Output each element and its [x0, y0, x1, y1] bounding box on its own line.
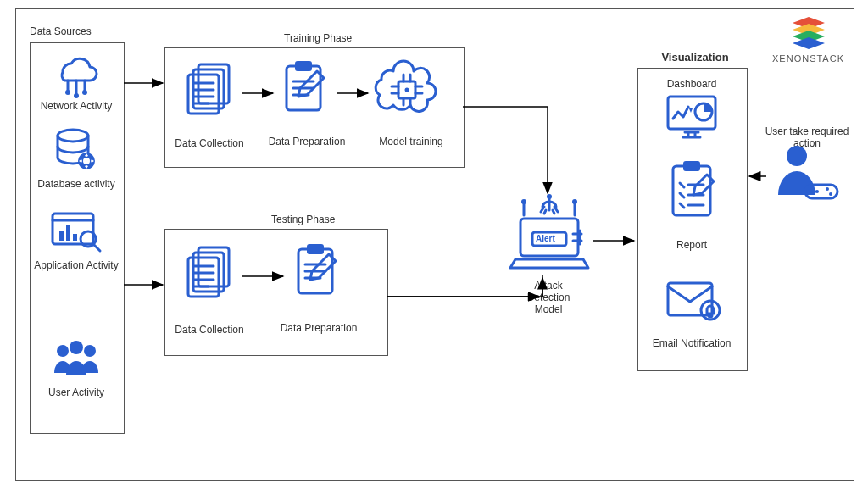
user-activity-label: User Activity [34, 386, 119, 398]
cloud-network-icon [53, 55, 100, 100]
stack-icon [791, 17, 826, 47]
network-activity-label: Network Activity [34, 100, 119, 112]
visualization-title: Visualization [653, 51, 737, 64]
svg-point-8 [74, 93, 79, 98]
svg-point-22 [84, 345, 96, 357]
users-group-icon [49, 339, 103, 386]
dashboard-monitor-icon [665, 93, 719, 143]
svg-rect-15 [59, 231, 64, 241]
database-icon [53, 127, 100, 177]
svg-marker-3 [793, 37, 825, 49]
svg-line-19 [93, 244, 100, 251]
svg-rect-16 [66, 225, 70, 241]
user-controller-icon [770, 142, 841, 213]
clipboard-pen-icon [280, 59, 329, 118]
svg-point-12 [83, 158, 90, 164]
svg-rect-65 [668, 97, 715, 129]
diagram-canvas: XENONSTACK Data Sources Network Activity… [0, 0, 868, 489]
svg-point-62 [572, 199, 577, 204]
training-model-label: Model training [375, 136, 448, 147]
testing-prep-label: Data Preparation [278, 322, 359, 334]
brand-name: XENONSTACK [772, 53, 844, 64]
training-prep-label: Data Preparation [266, 136, 348, 147]
brain-chip-icon [373, 63, 441, 119]
documents-icon [183, 61, 236, 118]
database-activity-label: Database activity [34, 178, 119, 190]
svg-rect-53 [307, 244, 324, 254]
testing-collection-label: Data Collection [171, 324, 248, 336]
training-title: Training Phase [284, 32, 352, 44]
training-collection-label: Data Collection [171, 137, 248, 149]
email-bell-icon [665, 280, 721, 325]
alert-badge: Alert [536, 234, 555, 243]
svg-point-36 [405, 88, 409, 92]
report-label: Report [670, 239, 714, 251]
svg-point-61 [547, 194, 552, 199]
email-label: Email Notification [646, 337, 737, 349]
application-activity-label: Application Activity [30, 259, 123, 271]
clipboard-pen-icon-2 [292, 242, 341, 301]
svg-point-21 [70, 341, 83, 354]
alert-laptop-icon: Alert [507, 198, 592, 275]
svg-rect-68 [683, 161, 700, 171]
dashboard-label: Dashboard [661, 78, 722, 90]
svg-point-9 [82, 90, 87, 95]
svg-point-76 [826, 187, 829, 191]
documents-icon-2 [183, 244, 236, 301]
svg-point-77 [829, 192, 832, 196]
svg-point-60 [521, 199, 526, 204]
brand-logo: XENONSTACK [772, 17, 844, 64]
svg-rect-72 [668, 283, 712, 315]
svg-point-7 [65, 90, 70, 95]
svg-rect-17 [73, 234, 77, 241]
attack-model-label: Attack Detection Model [519, 280, 578, 315]
testing-title: Testing Phase [271, 214, 335, 225]
svg-point-10 [58, 130, 88, 142]
svg-point-74 [787, 146, 807, 166]
svg-rect-31 [295, 61, 312, 71]
report-clipboard-icon [666, 159, 717, 223]
application-monitor-icon [49, 210, 103, 260]
data-sources-title: Data Sources [30, 25, 92, 37]
svg-point-20 [57, 345, 69, 357]
